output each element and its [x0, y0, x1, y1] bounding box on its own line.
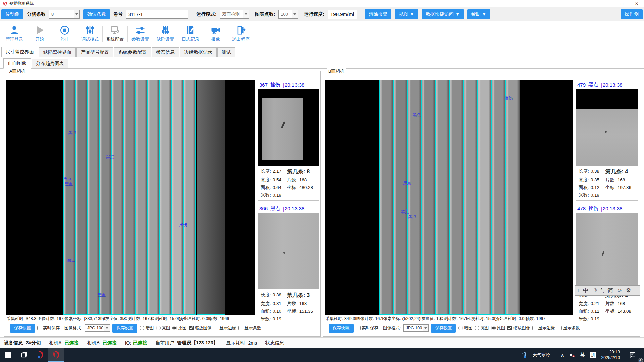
- run-mode-select[interactable]: 双面检测: [220, 10, 249, 19]
- defect-card[interactable]: 478挫伤20:13:38长度:0.57第几条:3宽度:0.21片数:168面积…: [576, 204, 638, 324]
- ime-indicator[interactable]: 拼: [590, 352, 596, 358]
- image-mode-radio-1[interactable]: 亮图: [156, 325, 170, 331]
- toolbar-item-play[interactable]: 开始: [27, 25, 52, 42]
- image-mode-radio-1[interactable]: 亮图: [475, 325, 489, 331]
- defect-label[interactable]: 黑点: [65, 181, 73, 187]
- defect-label[interactable]: 黑点: [68, 130, 76, 135]
- toolbar-item-sliders-h[interactable]: 参数设置: [128, 25, 153, 42]
- display-option-checkbox-0[interactable]: 缩放图像: [507, 325, 530, 331]
- ime-item-3[interactable]: 简: [608, 287, 613, 294]
- checkbox-input[interactable]: [557, 326, 562, 330]
- defect-thumbnail[interactable]: [576, 89, 638, 166]
- save-snapshot-button[interactable]: 保存快照: [329, 324, 354, 333]
- subtab-1[interactable]: 分布趋势图表: [32, 59, 68, 68]
- radio-input[interactable]: [458, 326, 463, 330]
- defect-label[interactable]: 黑点: [67, 258, 75, 263]
- save-settings-button[interactable]: 保存设置: [431, 324, 456, 333]
- image-format-select[interactable]: JPG 100: [85, 324, 110, 332]
- defect-thumbnail[interactable]: [258, 89, 319, 166]
- defect-card[interactable]: 479黑点20:13:38长度:0.38第几条:4宽度:0.35片数:168面积…: [576, 80, 638, 201]
- radio-input[interactable]: [491, 326, 496, 330]
- view-menu-button[interactable]: 视图 ▼: [395, 9, 418, 19]
- data-quick-access-button[interactable]: 数据快捷访问 ▼: [422, 9, 464, 19]
- toolbar-item-camera[interactable]: 摄像: [203, 25, 228, 42]
- checkbox-input[interactable]: [214, 326, 218, 330]
- defect-thumbnail[interactable]: [258, 213, 319, 289]
- clock[interactable]: 20:13 2025/2/10: [601, 349, 620, 361]
- checkbox-input[interactable]: [507, 326, 512, 330]
- image-mode-radio-2[interactable]: 原图: [491, 325, 505, 331]
- display-option-checkbox-1[interactable]: 显示边缘: [532, 325, 555, 331]
- toolbar-item-monitor-gear[interactable]: 系统配置: [103, 25, 127, 42]
- defect-label[interactable]: 黑点: [401, 209, 409, 215]
- defect-thumbnail[interactable]: [576, 213, 638, 289]
- camera-image-b[interactable]: 挫伤黑点黑点黑点黑点: [325, 80, 573, 315]
- clear-alarm-button[interactable]: 清除报警: [365, 9, 391, 19]
- image-format-select[interactable]: JPG 100: [403, 324, 429, 332]
- start-button[interactable]: [0, 348, 16, 362]
- toolbar-item-stop[interactable]: 停止: [52, 25, 77, 42]
- tab-6[interactable]: 测试: [217, 47, 235, 57]
- taskbar-app-icon-active[interactable]: [48, 348, 64, 362]
- ime-grip[interactable]: ‖: [578, 288, 580, 293]
- checkbox-input[interactable]: [238, 326, 243, 330]
- tray-expand-chevron[interactable]: ∧: [561, 353, 564, 358]
- strip-count-select[interactable]: 8: [49, 10, 80, 19]
- camera-image-a[interactable]: 黑点黑点黑点黑点挫伤黑点黑点: [6, 80, 255, 315]
- defect-label[interactable]: 黑点: [106, 154, 114, 160]
- realtime-save-checkbox[interactable]: 实时保存: [356, 325, 378, 331]
- defect-label[interactable]: 黑点: [408, 214, 416, 219]
- image-mode-radio-0[interactable]: 暗图: [458, 325, 472, 331]
- save-settings-button[interactable]: 保存设置: [112, 324, 137, 333]
- operate-side-button[interactable]: 操作侧: [621, 9, 643, 19]
- toolbar-item-user[interactable]: 管理登录: [2, 25, 27, 42]
- toolbar-item-sliders-v2[interactable]: 缺陷设置: [153, 25, 178, 42]
- image-mode-radio-2[interactable]: 原图: [172, 325, 186, 331]
- task-view-icon[interactable]: [16, 348, 32, 362]
- toolbar-item-sliders-v[interactable]: 调试模式: [77, 25, 102, 42]
- radio-input[interactable]: [156, 326, 161, 330]
- tab-5[interactable]: 边缘数据记录: [180, 47, 217, 57]
- defect-label[interactable]: 黑点: [412, 112, 420, 117]
- tab-1[interactable]: 缺陷监控界面: [39, 47, 76, 57]
- defect-label[interactable]: 挫伤: [504, 95, 513, 101]
- radio-input[interactable]: [172, 326, 177, 330]
- checkbox-input[interactable]: [37, 326, 42, 330]
- defect-label[interactable]: 黑点: [63, 176, 71, 181]
- toolbar-item-exit-door[interactable]: 退出程序: [228, 25, 253, 42]
- taskbar-app-icon[interactable]: [32, 348, 48, 362]
- ime-item-2[interactable]: °,: [600, 287, 604, 294]
- defect-card[interactable]: 366黑点20:13:38长度:0.38第几条:3宽度:0.31片数:168面积…: [258, 204, 319, 324]
- defect-label[interactable]: 黑点: [98, 292, 106, 298]
- defect-card[interactable]: 367挫伤20:13:38长度:2.17第几条:8宽度:0.54片数:168面积…: [258, 80, 319, 201]
- checkbox-input[interactable]: [356, 326, 361, 330]
- display-option-checkbox-2[interactable]: 显示条数: [557, 325, 580, 331]
- display-option-checkbox-0[interactable]: 缩放图像: [189, 325, 211, 331]
- roll-number-input[interactable]: [126, 10, 188, 19]
- ime-item-4[interactable]: ☺: [617, 287, 623, 294]
- save-snapshot-button[interactable]: 保存快照: [10, 324, 35, 333]
- confirm-strip-count-button[interactable]: 确认条数: [83, 9, 110, 19]
- speaker-muted-icon[interactable]: [569, 352, 575, 358]
- display-option-checkbox-2[interactable]: 显示条数: [238, 325, 261, 331]
- ime-item-0[interactable]: 中: [583, 287, 589, 294]
- tab-4[interactable]: 状态信息: [152, 47, 179, 57]
- realtime-save-checkbox[interactable]: 实时保存: [37, 325, 60, 331]
- radio-input[interactable]: [140, 326, 144, 330]
- maximize-button[interactable]: □: [614, 0, 629, 7]
- help-menu-button[interactable]: 帮助 ▼: [467, 9, 491, 19]
- tab-0[interactable]: 尺寸监控界面: [1, 47, 38, 57]
- language-indicator[interactable]: 英: [580, 352, 585, 358]
- ime-item-1[interactable]: ☽: [592, 287, 597, 294]
- tab-3[interactable]: 系统参数配置: [114, 47, 151, 57]
- minimize-button[interactable]: –: [600, 0, 614, 7]
- defect-label[interactable]: 黑点: [403, 180, 411, 186]
- defect-label[interactable]: 挫伤: [179, 222, 187, 227]
- notification-center-icon[interactable]: 6: [625, 348, 641, 362]
- checkbox-input[interactable]: [532, 326, 537, 330]
- chart-points-select[interactable]: 100: [278, 10, 298, 19]
- weather-text[interactable]: 天气寒冷: [533, 352, 550, 358]
- display-option-checkbox-1[interactable]: 显示边缘: [214, 325, 236, 331]
- ime-item-5[interactable]: ⚙: [626, 287, 631, 294]
- image-mode-radio-0[interactable]: 暗图: [140, 325, 154, 331]
